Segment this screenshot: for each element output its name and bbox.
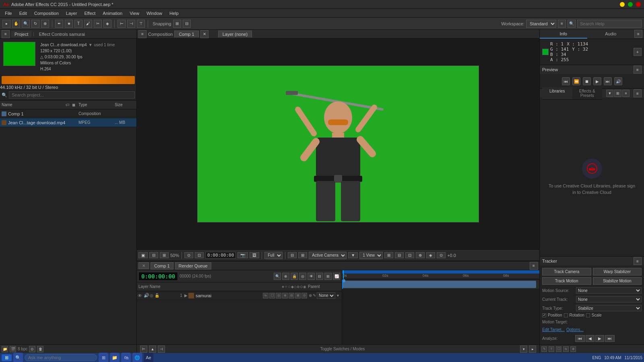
transparency-grid-btn[interactable]: ⊞: [160, 252, 169, 258]
minimize-button[interactable]: [620, 2, 625, 7]
track-motion-btn[interactable]: Track Motion: [542, 277, 591, 285]
guides-btn[interactable]: ⊡: [405, 252, 414, 258]
align-left-tool[interactable]: ⊢: [118, 20, 126, 28]
go-to-end-btn[interactable]: ⏭: [604, 77, 612, 85]
project-row-video[interactable]: Jean Cl...tage download.mp4 MPEG ... MB: [0, 118, 136, 127]
loop-btn[interactable]: 🔊: [614, 77, 622, 85]
pixel-aspect-toggle[interactable]: ⊞: [298, 252, 307, 258]
tab-info[interactable]: Info: [540, 30, 587, 39]
quality-dropdown[interactable]: Full: [264, 252, 283, 259]
interpret-footage-btn[interactable]: ⊙: [29, 346, 35, 352]
step-back-btn[interactable]: ⏪: [572, 77, 580, 85]
playhead[interactable]: [343, 270, 344, 279]
project-row-comp1[interactable]: Comp 1 Composition: [0, 109, 136, 118]
camera-dropdown-btn[interactable]: ▼: [348, 252, 358, 258]
comp-size-btn[interactable]: ⊟: [395, 252, 404, 258]
preview-mode-btn[interactable]: ◈: [426, 252, 435, 258]
puppet-tool[interactable]: ◈: [103, 20, 111, 28]
new-folder-btn[interactable]: 📁: [2, 346, 8, 352]
snap-options[interactable]: ⊟: [183, 20, 191, 28]
tab-effect-controls[interactable]: Effect Controls samurai: [36, 31, 88, 37]
taskbar-explorer[interactable]: 📁: [110, 353, 120, 362]
track-type-dropdown[interactable]: Stabilize: [576, 305, 642, 311]
new-layer-btn[interactable]: ⊕: [282, 273, 289, 280]
menu-effect[interactable]: Effect: [81, 10, 99, 16]
zoom-tool[interactable]: 🔍: [22, 20, 30, 28]
go-to-start-btn[interactable]: ⏮: [562, 77, 570, 85]
next-keyframe-btn[interactable]: ▸: [529, 346, 536, 353]
draft-3d-btn[interactable]: ⊟: [149, 252, 158, 258]
toggle-switches-label[interactable]: Toggle Switches / Modes: [320, 347, 365, 351]
edit-target-link[interactable]: Edit Target...: [542, 327, 565, 332]
prev-frame-btn[interactable]: ⊢: [140, 346, 147, 353]
menu-animation[interactable]: Animation: [99, 10, 126, 16]
rotation-tool[interactable]: ↻: [31, 20, 39, 28]
next-frame-btn[interactable]: ⊣: [158, 346, 165, 353]
layer-3d-switch[interactable]: ☐: [269, 293, 275, 298]
col-label-icon[interactable]: 🏷: [66, 103, 72, 107]
col-color-icon[interactable]: ◼: [72, 103, 78, 107]
workspace-dropdown[interactable]: Standard: [526, 20, 556, 28]
layer-adjust-switch[interactable]: ⊙: [301, 293, 307, 298]
menu-file[interactable]: File: [2, 10, 15, 16]
rotation-check[interactable]: [564, 313, 568, 317]
rp-fx-icon[interactable]: fx: [563, 346, 569, 352]
taskbar-ae[interactable]: Ae: [144, 353, 153, 362]
lib-grid-view-btn[interactable]: ⊞: [614, 90, 621, 97]
search-help-input[interactable]: [577, 20, 642, 28]
align-right-tool[interactable]: ⊤: [137, 20, 145, 28]
frame-blend-btn[interactable]: ⊟: [316, 273, 323, 280]
stop-btn[interactable]: ⏹: [583, 77, 591, 85]
menu-composition[interactable]: Composition: [31, 10, 62, 16]
play-btn[interactable]: ▶: [593, 77, 601, 85]
timeline-menu-btn[interactable]: ≡: [530, 262, 538, 270]
color-add-btn[interactable]: +: [634, 48, 642, 56]
region-of-interest-btn[interactable]: ⊡: [195, 252, 204, 258]
preview-menu-btn[interactable]: ≡: [634, 66, 642, 74]
rp-menu-btn[interactable]: ≡: [634, 30, 642, 38]
overlay-btn[interactable]: ⊕: [416, 252, 425, 258]
new-comp-btn[interactable]: 🎬: [10, 346, 16, 352]
comp-panel-menu[interactable]: ≡: [138, 30, 147, 38]
position-check[interactable]: ✓: [542, 313, 546, 317]
comp-tab-comp1[interactable]: Comp 1: [174, 31, 199, 37]
tab-project[interactable]: Project: [11, 31, 31, 37]
tab-effects-presets[interactable]: Effects & Presets: [572, 87, 603, 99]
expand-arrow-icon[interactable]: ▶: [184, 293, 188, 298]
menu-edit[interactable]: Edit: [16, 10, 30, 16]
layer-motion-switch[interactable]: ⊞: [295, 293, 301, 298]
taskbar-search-input[interactable]: [25, 354, 97, 361]
graph-editor-btn[interactable]: 📈: [333, 273, 340, 280]
analyze-fwd-btn[interactable]: ▶: [595, 335, 604, 342]
parent-link-icon[interactable]: ⊕: [309, 293, 312, 298]
view-layout-dropdown[interactable]: 1 View: [359, 252, 383, 259]
snapping-toggle[interactable]: ⊞: [173, 20, 181, 28]
panel-menu-btn[interactable]: ≡: [2, 30, 10, 38]
menu-view[interactable]: View: [126, 10, 142, 16]
parent-dropdown-icon[interactable]: ▼: [336, 294, 340, 298]
show-snapshot-btn[interactable]: 🖼: [250, 252, 259, 258]
comp-close[interactable]: ✕: [200, 30, 208, 38]
camera-orbit-tool[interactable]: ⊕: [41, 20, 49, 28]
rp-brush-icon[interactable]: ✎: [541, 346, 547, 352]
project-search-input[interactable]: [9, 91, 135, 99]
view-options-btn[interactable]: ⊞: [384, 252, 393, 258]
mask-pen-tool[interactable]: ✒: [55, 20, 63, 28]
taskbar-task-view[interactable]: ⊞: [99, 353, 108, 362]
close-x-icon[interactable]: ✕: [142, 263, 145, 268]
delete-btn[interactable]: 🗑: [37, 346, 43, 352]
search-help-icon[interactable]: 🔍: [568, 20, 576, 28]
transparency-toggle[interactable]: ⊟: [288, 252, 297, 258]
layer-lock-icon[interactable]: 🔓: [155, 293, 159, 298]
menu-layer[interactable]: Layer: [63, 10, 80, 16]
window-controls[interactable]: [620, 2, 641, 7]
hand-tool[interactable]: ✋: [12, 20, 20, 28]
lib-menu-btn[interactable]: ≡: [634, 89, 642, 97]
layer-fx-switch[interactable]: fx: [263, 293, 268, 298]
taskbar-store[interactable]: 🛍: [121, 353, 131, 362]
timeline-timecode[interactable]: 0:00:00:00: [138, 272, 178, 281]
prev-keyframe-btn[interactable]: ▾: [520, 346, 527, 353]
rp-motion-icon[interactable]: ⊕: [570, 346, 576, 352]
layer-blend-switch[interactable]: ⊟: [289, 293, 294, 298]
rp-shape-icon[interactable]: ☐: [556, 346, 561, 352]
